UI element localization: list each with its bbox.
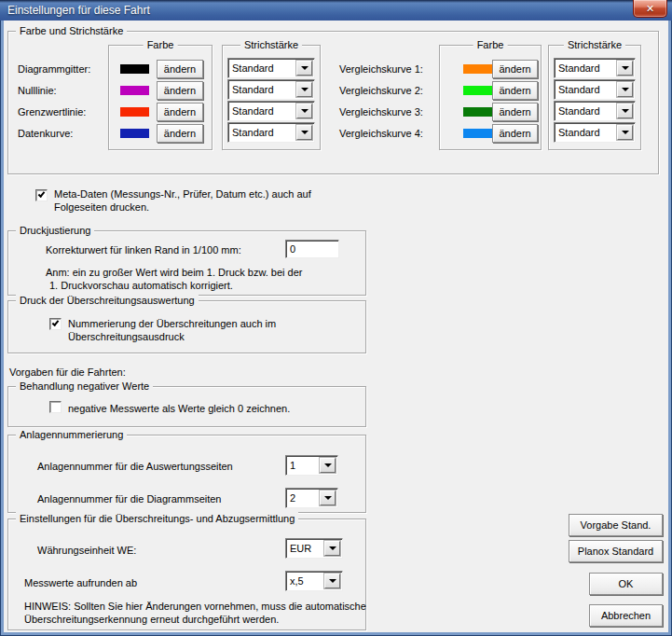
farbe-box-right: Farbe ändern ändern ändern bbox=[439, 45, 542, 150]
farbe-box-left: Farbe ändern ändern ändern bbox=[108, 45, 213, 150]
aendern-button-vergleichskurve-1[interactable]: ändern bbox=[492, 60, 538, 78]
waehrungseinheit-label: Währungseinheit WE: bbox=[37, 544, 136, 557]
dropdown-arrow-icon[interactable] bbox=[296, 61, 312, 76]
nummerierung-label-line2: Überschreitungsausdruck bbox=[68, 330, 185, 343]
color-swatch-vergleichskurve-4 bbox=[463, 129, 492, 138]
nummerierung-checkbox[interactable] bbox=[49, 318, 62, 330]
druckjustierung-note-line1: Anm: ein zu großer Wert wird beim 1. Dru… bbox=[46, 266, 303, 279]
group-title: Farbe und Strichstärke bbox=[16, 24, 127, 37]
vorgabe-standard-button[interactable]: Vorgabe Stand. bbox=[569, 514, 663, 536]
row-label-vergleichskurve-1: Vergleichskurve 1: bbox=[339, 62, 423, 76]
meta-daten-label-line2: Folgeseiten drucken. bbox=[54, 200, 149, 214]
ueberschreitungsauswertung-group: Druck der Überschreitungsauswertung Numm… bbox=[7, 300, 366, 353]
nummerierung-label-line1: Nummerierung der Überschreitungen auch i… bbox=[68, 317, 276, 330]
row-label-datenkurve: Datenkurve: bbox=[18, 127, 73, 140]
anlagennummer-diagramm-label: Anlagennummer für die Diagrammseiten bbox=[37, 492, 221, 505]
aendern-button-vergleichskurve-2[interactable]: ändern bbox=[492, 81, 538, 100]
anlagennummer-diagramm-select[interactable]: 2 bbox=[285, 488, 338, 508]
dropdown-arrow-icon[interactable] bbox=[617, 82, 633, 97]
row-label-vergleichskurve-3: Vergleichskurve 3: bbox=[339, 105, 423, 118]
dropdown-arrow-icon[interactable] bbox=[324, 541, 340, 556]
dialog-body: Farbe und Strichstärke Diagrammgitter: N… bbox=[4, 21, 668, 632]
color-row: ändern bbox=[120, 79, 203, 101]
aendern-button-diagrammgitter[interactable]: ändern bbox=[157, 60, 203, 78]
strichstaerke-box-title: Strichstärke bbox=[240, 38, 302, 51]
row-label-vergleichskurve-2: Vergleichskurve 2: bbox=[339, 84, 423, 97]
dropdown-arrow-icon[interactable] bbox=[320, 491, 336, 505]
close-button[interactable]: ✕ bbox=[633, 0, 667, 18]
aendern-button-grenzwertlinie[interactable]: ändern bbox=[157, 103, 203, 121]
dropdown-arrow-icon[interactable] bbox=[617, 61, 633, 76]
color-swatch-vergleichskurve-3 bbox=[463, 107, 492, 117]
strichstaerke-select-grenzwertlinie[interactable]: Standard bbox=[227, 101, 315, 121]
aufrunden-label: Messwerte aufrunden ab bbox=[24, 576, 137, 589]
meta-daten-checkbox[interactable] bbox=[35, 189, 48, 201]
titlebar[interactable]: Einstellungen für diese Fahrt ✕ bbox=[0, 0, 672, 21]
strichstaerke-box-left: Strichstärke Standard Standard Standard bbox=[222, 45, 321, 150]
negative-werte-group: Behandlung negativer Werte negative Mess… bbox=[7, 386, 366, 427]
group-title: Einstellungen für die Überschreitungs- u… bbox=[16, 512, 298, 525]
dropdown-arrow-icon[interactable] bbox=[296, 125, 312, 140]
strichstaerke-box-title: Strichstärke bbox=[564, 38, 625, 51]
row-label-nulllinie: Nulllinie: bbox=[18, 84, 57, 97]
dropdown-arrow-icon[interactable] bbox=[296, 104, 312, 118]
color-swatch-diagrammgitter bbox=[120, 64, 149, 74]
color-swatch-datenkurve bbox=[120, 129, 149, 138]
color-swatch-vergleichskurve-1 bbox=[463, 64, 492, 74]
druckjustierung-note-line2: 1. Druckvorschau automatisch korrigiert. bbox=[49, 279, 233, 292]
dropdown-arrow-icon[interactable] bbox=[296, 82, 312, 97]
strichstaerke-select-vergleichskurve-3[interactable]: Standard bbox=[554, 101, 636, 121]
color-swatch-vergleichskurve-2 bbox=[463, 86, 492, 95]
close-icon: ✕ bbox=[646, 3, 654, 15]
anlagennummer-auswertung-label: Anlagennummer für die Auswertungsseiten bbox=[37, 460, 233, 473]
dropdown-arrow-icon[interactable] bbox=[617, 104, 633, 118]
negative-werte-checkbox[interactable] bbox=[49, 401, 62, 413]
color-row: ändern bbox=[120, 101, 203, 122]
ok-button[interactable]: OK bbox=[589, 573, 663, 595]
planox-standard-button[interactable]: Planox Standard bbox=[569, 540, 663, 562]
color-row: ändern bbox=[463, 101, 538, 122]
color-row: ändern bbox=[463, 79, 538, 101]
anlagennummer-auswertung-select[interactable]: 1 bbox=[285, 455, 338, 476]
group-title: Druckjustierung bbox=[16, 224, 94, 237]
waehrungseinheit-select[interactable]: EUR bbox=[285, 538, 343, 559]
farbe-box-title: Farbe bbox=[473, 38, 508, 51]
dropdown-arrow-icon[interactable] bbox=[324, 574, 340, 588]
dropdown-arrow-icon[interactable] bbox=[320, 458, 336, 473]
strichstaerke-select-datenkurve[interactable]: Standard bbox=[227, 122, 315, 143]
strichstaerke-select-vergleichskurve-4[interactable]: Standard bbox=[554, 122, 636, 143]
dropdown-arrow-icon[interactable] bbox=[617, 125, 633, 140]
dialog-window: Einstellungen für diese Fahrt ✕ Farbe un… bbox=[0, 0, 672, 636]
aendern-button-vergleichskurve-3[interactable]: ändern bbox=[492, 103, 538, 121]
group-title: Behandlung negativer Werte bbox=[16, 380, 153, 393]
abbrechen-button[interactable]: Abbrechen bbox=[589, 604, 663, 627]
aufrunden-select[interactable]: x,5 bbox=[285, 571, 343, 591]
hinweis-line2: Überschreitungserkennung erneut durchgef… bbox=[24, 613, 279, 626]
group-title: Druck der Überschreitungsauswertung bbox=[16, 294, 199, 307]
aendern-button-vergleichskurve-4[interactable]: ändern bbox=[492, 124, 538, 143]
group-title: Anlagennummerierung bbox=[16, 428, 127, 441]
vorgaben-label: Vorgaben für die Fahrten: bbox=[9, 366, 126, 379]
color-row: ändern bbox=[463, 122, 538, 144]
color-row: ändern bbox=[120, 58, 203, 79]
row-label-diagrammgitter: Diagrammgitter: bbox=[18, 62, 90, 76]
druckjustierung-group: Druckjustierung Korrekturwert für linken… bbox=[7, 230, 366, 296]
negative-werte-label: negative Messwerte als Werte gleich 0 ze… bbox=[68, 402, 290, 415]
row-label-grenzwertlinie: Grenzwertlinie: bbox=[18, 105, 86, 118]
aendern-button-nulllinie[interactable]: ändern bbox=[157, 81, 203, 100]
hinweis-line1: HINWEIS: Sollten Sie hier Änderungen vor… bbox=[24, 600, 366, 613]
strichstaerke-select-nulllinie[interactable]: Standard bbox=[227, 79, 315, 100]
abzugsermittlung-group: Einstellungen für die Überschreitungs- u… bbox=[7, 518, 366, 630]
farbe-box-title: Farbe bbox=[144, 38, 178, 51]
strichstaerke-select-diagrammgitter[interactable]: Standard bbox=[227, 58, 315, 78]
strichstaerke-box-right: Strichstärke Standard Standard Standard bbox=[548, 45, 641, 150]
window-title: Einstellungen für diese Fahrt bbox=[0, 4, 150, 17]
strichstaerke-select-vergleichskurve-2[interactable]: Standard bbox=[554, 79, 636, 100]
farbe-strichstaerke-group: Farbe und Strichstärke Diagrammgitter: N… bbox=[7, 31, 659, 174]
aendern-button-datenkurve[interactable]: ändern bbox=[157, 124, 203, 143]
korrekturwert-input[interactable] bbox=[285, 240, 339, 258]
meta-daten-label-line1: Meta-Daten (Messungs-Nr., Prüfer, Datum … bbox=[54, 187, 311, 200]
color-row: ändern bbox=[463, 58, 538, 79]
strichstaerke-select-vergleichskurve-1[interactable]: Standard bbox=[554, 58, 636, 78]
anlagennummerierung-group: Anlagennummerierung Anlagennummer für di… bbox=[7, 435, 366, 513]
